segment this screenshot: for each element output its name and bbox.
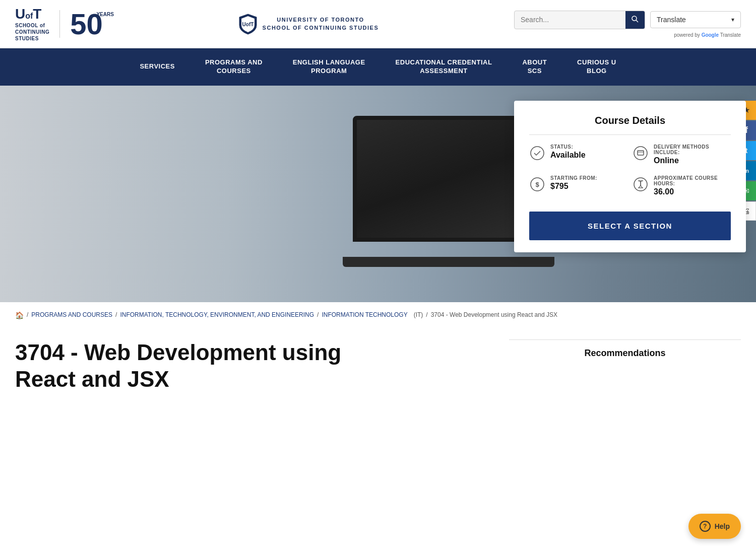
breadcrumb-it-suffix: (IT) <box>412 311 423 318</box>
school-name: SCHOOL ofCONTINUINGSTUDIES <box>15 22 49 42</box>
site-header: U of T SCHOOL ofCONTINUINGSTUDIES 50 YEA… <box>0 0 756 48</box>
breadcrumb-sep-1: / <box>115 311 117 318</box>
uoft-logo: U of T SCHOOL ofCONTINUINGSTUDIES <box>15 6 49 42</box>
header-center-logo: UofT UNIVERSITY OF TORONTO SCHOOL of CON… <box>238 13 379 35</box>
translate-label: Translate <box>657 16 727 24</box>
nav-item-services[interactable]: SERVICES <box>124 52 190 81</box>
translate-dropdown[interactable]: Translate ▾ <box>650 11 741 28</box>
chevron-down-icon: ▾ <box>731 16 734 23</box>
content-left: 3704 - Web Development using React and J… <box>15 339 494 393</box>
center-line2: SCHOOL of CONTINUING STUDIES <box>263 24 379 32</box>
years-label: YEARS <box>96 12 113 18</box>
uoft-of: of <box>25 12 33 21</box>
page-title: 3704 - Web Development using React and J… <box>15 339 343 393</box>
delivery-content: DELIVERY METHODSINCLUDE: Online <box>654 144 709 165</box>
delivery-value: Online <box>654 156 709 165</box>
uoft-t: T <box>33 6 41 22</box>
price-detail: $ STARTING FROM: $795 <box>529 175 627 196</box>
hours-detail: APPROXIMATE COURSE HOURS: 36.00 <box>633 175 731 196</box>
breadcrumb-sep-2: / <box>317 311 319 318</box>
nav-item-about[interactable]: ABOUTSCS <box>507 48 562 86</box>
search-input[interactable] <box>515 12 625 28</box>
price-icon: $ <box>529 176 545 192</box>
center-logo-group: UofT UNIVERSITY OF TORONTO SCHOOL of CON… <box>238 13 379 35</box>
course-details-card: Course Details STATUS: Available <box>514 101 746 252</box>
delivery-detail: DELIVERY METHODSINCLUDE: Online <box>633 144 731 165</box>
breadcrumb: 🏠 / PROGRAMS AND COURSES / INFORMATION, … <box>0 302 756 324</box>
hours-label: APPROXIMATE COURSE HOURS: <box>654 175 731 186</box>
status-value: Available <box>550 151 586 160</box>
content-right: Recommendations <box>509 339 741 393</box>
breadcrumb-sep-0: / <box>27 311 28 318</box>
google-translate-badge: powered by Google Translate <box>674 32 741 38</box>
main-nav: SERVICES PROGRAMS ANDCOURSES ENGLISH LAN… <box>0 48 756 86</box>
breadcrumb-it[interactable]: INFORMATION TECHNOLOGY <box>322 311 407 318</box>
search-icon <box>632 16 639 23</box>
search-button[interactable] <box>625 11 645 29</box>
nav-item-english[interactable]: ENGLISH LANGUAGEPROGRAM <box>278 48 381 86</box>
price-value: $795 <box>550 182 597 191</box>
delivery-label: DELIVERY METHODSINCLUDE: <box>654 144 709 155</box>
svg-point-3 <box>531 147 544 160</box>
svg-point-4 <box>634 147 647 160</box>
select-section-button[interactable]: SELECT A SECTION <box>529 212 731 240</box>
svg-line-2 <box>636 20 638 22</box>
delivery-icon <box>633 145 649 161</box>
anniversary-logo: 50 YEARS <box>70 10 103 39</box>
breadcrumb-itee[interactable]: INFORMATION, TECHNOLOGY, ENVIRONMENT, AN… <box>120 311 314 318</box>
hero-section: Course Details STATUS: Available <box>0 86 756 302</box>
main-content: 3704 - Web Development using React and J… <box>0 324 756 408</box>
center-line1: UNIVERSITY OF TORONTO <box>263 16 379 24</box>
breadcrumb-current: 3704 - Web Development using React and J… <box>431 311 557 318</box>
status-label: STATUS: <box>550 144 586 150</box>
hours-content: APPROXIMATE COURSE HOURS: 36.00 <box>654 175 731 196</box>
uoft-u: U <box>15 6 25 22</box>
breadcrumb-sep-3: / <box>426 311 427 318</box>
uoft-shield-icon: UofT <box>238 13 258 35</box>
hours-icon <box>633 176 649 192</box>
header-controls: Translate ▾ <box>514 11 741 29</box>
price-content: STARTING FROM: $795 <box>550 175 597 191</box>
price-label: STARTING FROM: <box>550 175 597 181</box>
card-details-grid: STATUS: Available DELIVERY METHODSINCLUD… <box>529 144 731 196</box>
status-detail: STATUS: Available <box>529 144 627 165</box>
svg-text:$: $ <box>535 181 539 188</box>
status-check-icon <box>529 145 545 161</box>
nav-item-blog[interactable]: CURIOUS UBLOG <box>562 48 631 86</box>
logo-divider <box>59 10 60 38</box>
center-logo-text: UNIVERSITY OF TORONTO SCHOOL of CONTINUI… <box>263 16 379 32</box>
breadcrumb-programs[interactable]: PROGRAMS AND COURSES <box>31 311 112 318</box>
home-icon[interactable]: 🏠 <box>15 311 24 319</box>
svg-rect-5 <box>638 151 644 155</box>
recommendations-box: Recommendations <box>509 339 741 359</box>
nav-item-programs[interactable]: PROGRAMS ANDCOURSES <box>190 48 278 86</box>
header-right: Translate ▾ powered by Google Translate <box>514 11 741 38</box>
hours-value: 36.00 <box>654 187 731 196</box>
status-content: STATUS: Available <box>550 144 586 160</box>
card-title: Course Details <box>529 115 731 135</box>
search-container <box>514 11 645 29</box>
laptop-base <box>343 257 554 267</box>
header-logo-group: U of T SCHOOL ofCONTINUINGSTUDIES 50 YEA… <box>15 6 103 42</box>
recommendations-title: Recommendations <box>509 348 741 359</box>
svg-point-1 <box>632 16 637 21</box>
svg-text:UofT: UofT <box>242 22 254 27</box>
nav-item-credential[interactable]: EDUCATIONAL CREDENTIALASSESSMENT <box>381 48 508 86</box>
